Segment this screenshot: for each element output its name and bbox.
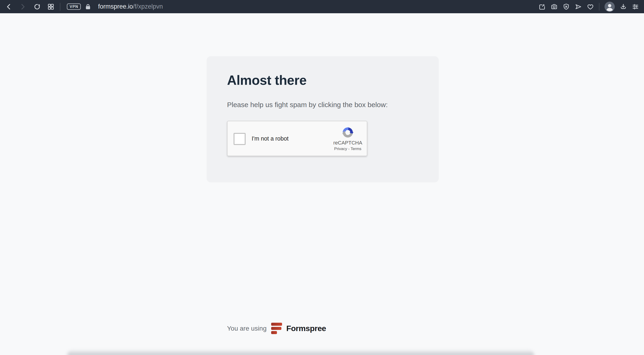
vpn-badge[interactable]: VPN: [67, 4, 81, 10]
pin-button[interactable]: [538, 3, 546, 10]
recaptcha-links: Privacy - Terms: [332, 147, 364, 151]
send-icon: [575, 3, 582, 10]
vpn-label: VPN: [70, 5, 78, 9]
terms-link[interactable]: Terms: [350, 147, 361, 151]
toolbar-right-icons: [538, 2, 639, 12]
footer: You are using Formspree: [227, 323, 326, 334]
tab-grid-button[interactable]: [47, 3, 54, 10]
footer-prefix-text: You are using: [227, 325, 266, 332]
download-icon: [620, 3, 627, 10]
toolbar-separator: [60, 3, 60, 11]
site-security-button[interactable]: [84, 3, 92, 10]
screenshot-button[interactable]: [551, 3, 558, 10]
profile-button[interactable]: [604, 2, 615, 12]
shield-block-button[interactable]: [563, 3, 570, 10]
camera-icon: [551, 3, 558, 10]
page-content: Almost there Please help us fight spam b…: [0, 13, 644, 355]
page-subtext: Please help us fight spam by clicking th…: [227, 101, 388, 109]
recaptcha-logo-icon: [340, 125, 355, 139]
recaptcha-brand-block: reCAPTCHA Privacy - Terms: [332, 125, 364, 151]
recaptcha-widget: I'm not a robot reCAPTCHA Privacy -: [227, 121, 367, 156]
send-button[interactable]: [575, 3, 582, 10]
privacy-link[interactable]: Privacy: [334, 147, 347, 151]
reload-button[interactable]: [34, 3, 41, 11]
links-dash: -: [348, 147, 350, 151]
profile-avatar-icon: [604, 2, 615, 12]
recaptcha-brand-text: reCAPTCHA: [332, 140, 364, 146]
shield-x-icon: [563, 3, 570, 10]
favorites-button[interactable]: [587, 3, 594, 10]
url-path: /f/xpzelpvn: [133, 3, 163, 10]
browser-window: VPN formspree.io/f/xpzelpvn: [0, 0, 644, 355]
browser-toolbar: VPN formspree.io/f/xpzelpvn: [0, 0, 644, 13]
recaptcha-label: I'm not a robot: [252, 121, 288, 156]
chevron-left-icon: [5, 3, 12, 11]
heart-icon: [587, 3, 594, 10]
bottom-shadow: [67, 349, 534, 355]
lock-icon: [84, 3, 92, 10]
url-bar[interactable]: formspree.io/f/xpzelpvn: [98, 3, 538, 10]
formspree-wordmark: Formspree: [286, 324, 326, 333]
reload-icon: [34, 3, 41, 11]
forward-button[interactable]: [19, 3, 26, 11]
page-title: Almost there: [227, 73, 306, 88]
settings-button[interactable]: [632, 3, 639, 10]
formspree-logo-icon: [271, 323, 282, 334]
settings-sliders-icon: [632, 3, 639, 10]
formspree-link[interactable]: Formspree: [271, 323, 326, 334]
toolbar-separator: [599, 3, 600, 11]
downloads-button[interactable]: [620, 3, 627, 10]
tab-grid-icon: [47, 3, 54, 10]
back-button[interactable]: [5, 3, 12, 11]
recaptcha-checkbox[interactable]: [234, 133, 246, 145]
verification-card: Almost there Please help us fight spam b…: [206, 56, 439, 182]
pin-icon: [538, 3, 546, 10]
chevron-right-icon: [19, 3, 26, 11]
url-domain: formspree.io: [98, 3, 133, 10]
